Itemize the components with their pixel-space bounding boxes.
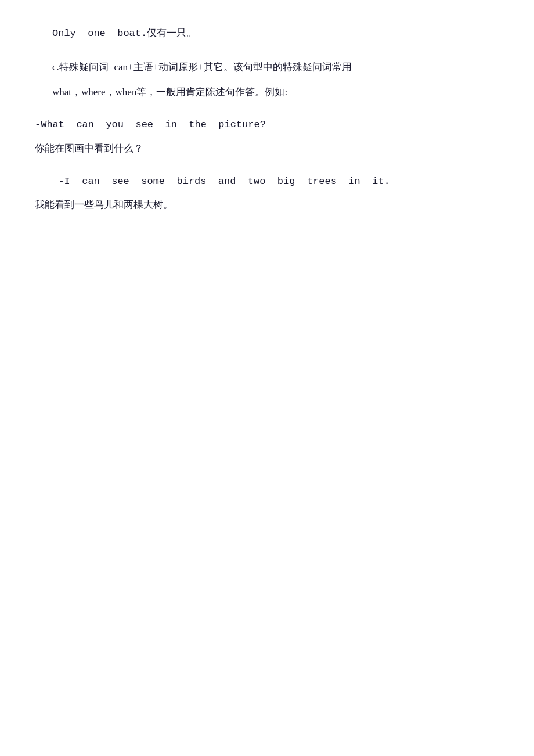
question-line: -What can you see in the picture?	[35, 116, 499, 134]
page-content: Only one boat.仅有一只。 c.特殊疑问词+can+主语+动词原形+…	[35, 23, 499, 214]
section-c-text1: 特殊疑问词+can+主语+动词原形+其它。该句型中的特殊疑问词常用	[59, 62, 352, 73]
question-chinese: 你能在图画中看到什么？	[35, 140, 499, 158]
question-block: -What can you see in the picture?	[35, 116, 499, 134]
answer-line: -I can see some birds and two big trees …	[46, 173, 499, 191]
section-c-header: c.特殊疑问词+can+主语+动词原形+其它。该句型中的特殊疑问词常用	[52, 58, 499, 77]
section-c-block: c.特殊疑问词+can+主语+动词原形+其它。该句型中的特殊疑问词常用 what…	[35, 58, 499, 102]
section-c-label: c.	[52, 62, 59, 73]
question-chinese-block: 你能在图画中看到什么？	[35, 140, 499, 158]
answer-block: -I can see some birds and two big trees …	[35, 173, 499, 191]
section-c-text2: what，where，when等，一般用肯定陈述句作答。例如:	[52, 84, 499, 102]
line-only-one-boat: Only one boat.仅有一只。	[35, 23, 499, 43]
answer-chinese: 我能看到一些鸟儿和两棵大树。	[35, 196, 499, 214]
only-one-boat-text: Only one boat.仅有一只。	[52, 28, 196, 39]
answer-chinese-block: 我能看到一些鸟儿和两棵大树。	[35, 196, 499, 214]
